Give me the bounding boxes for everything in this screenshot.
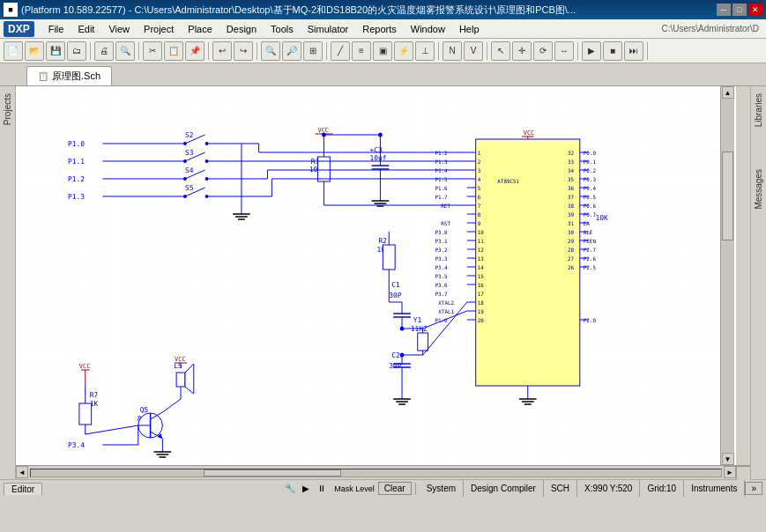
copy-button[interactable]: 📋	[164, 41, 183, 61]
undo-button[interactable]: ↩	[212, 41, 232, 61]
svg-text:R2: R2	[378, 237, 387, 245]
zoom-in-button[interactable]: 🔍	[261, 41, 280, 61]
rotate-button[interactable]: ⟳	[533, 41, 553, 61]
hscroll-left-button[interactable]: ◄	[16, 466, 28, 478]
tab-schematic[interactable]: 📋 原理图.Sch	[26, 66, 112, 85]
vcc-button[interactable]: V	[464, 41, 483, 61]
title-bar: ■ (Platform 10.589.22577) - C:\Users\Adm…	[0, 0, 766, 19]
svg-text:VCC: VCC	[175, 356, 185, 363]
libraries-label[interactable]: Libraries	[752, 90, 765, 130]
open-button[interactable]: 📂	[25, 41, 44, 61]
svg-text:15: 15	[478, 273, 485, 279]
svg-text:P3.0: P3.0	[435, 229, 448, 235]
status-icon-3[interactable]: ⏸	[315, 482, 329, 496]
app-icon: ■	[4, 3, 18, 17]
system-status[interactable]: System	[420, 480, 464, 497]
run-button[interactable]: ▶	[582, 41, 601, 61]
title-text: (Platform 10.589.22577) - C:\Users\Admin…	[21, 4, 713, 17]
svg-rect-43	[318, 157, 331, 181]
svg-text:Q5: Q5	[140, 406, 149, 414]
save-all-button[interactable]: 🗂	[67, 41, 86, 61]
vscroll-up-button[interactable]: ▲	[722, 86, 734, 99]
menu-file[interactable]: File	[41, 22, 71, 36]
stop-button[interactable]: ■	[603, 41, 622, 61]
zoom-out-button[interactable]: 🔎	[282, 41, 301, 61]
messages-label[interactable]: Messages	[752, 166, 765, 213]
step-button[interactable]: ⏭	[624, 41, 643, 61]
menu-place[interactable]: Place	[181, 22, 219, 36]
svg-text:38: 38	[568, 203, 575, 209]
maximize-button[interactable]: □	[733, 4, 747, 16]
svg-text:10: 10	[478, 229, 485, 235]
design-compiler-status[interactable]: Design Compiler	[464, 480, 544, 497]
print-preview-button[interactable]: 🔍	[115, 41, 135, 61]
gnd-button[interactable]: ⊥	[415, 41, 435, 61]
menu-reports[interactable]: Reports	[355, 22, 404, 36]
bus-button[interactable]: ≡	[352, 41, 371, 61]
paste-button[interactable]: 📌	[185, 41, 205, 61]
dxp-logo[interactable]: DXP	[4, 21, 34, 37]
editor-tab[interactable]: Editor	[4, 483, 42, 495]
print-button[interactable]: 🖨	[94, 41, 114, 61]
svg-text:Y1: Y1	[413, 316, 422, 324]
svg-text:8: 8	[478, 211, 481, 218]
minimize-button[interactable]: ─	[717, 4, 731, 16]
tab-label: 原理图.Sch	[52, 70, 100, 83]
save-button[interactable]: 💾	[46, 41, 65, 61]
cut-button[interactable]: ✂	[143, 41, 162, 61]
menu-project[interactable]: Project	[137, 22, 181, 36]
svg-rect-61	[476, 139, 580, 386]
vscroll-down-button[interactable]: ▼	[722, 453, 734, 465]
svg-text:30: 30	[568, 229, 575, 235]
sch-status[interactable]: SCH	[544, 480, 577, 497]
hscroll-track[interactable]	[30, 469, 722, 477]
hscroll-thumb[interactable]	[204, 469, 342, 477]
menu-window[interactable]: Window	[404, 22, 452, 36]
svg-text:29: 29	[568, 238, 575, 244]
svg-text:S4: S4	[185, 166, 194, 174]
menu-edit[interactable]: Edit	[71, 22, 101, 36]
menu-help[interactable]: Help	[452, 22, 487, 36]
flip-button[interactable]: ↔	[554, 41, 574, 61]
menu-simulator[interactable]: Simulator	[301, 22, 355, 36]
svg-text:P3.6: P3.6	[435, 282, 448, 288]
clear-button[interactable]: Clear	[378, 482, 412, 495]
svg-text:3: 3	[478, 167, 481, 174]
vertical-scrollbar[interactable]: ▲ ▼	[720, 86, 734, 465]
power-button[interactable]: ⚡	[394, 41, 413, 61]
svg-text:P1.0: P1.0	[68, 140, 85, 148]
zoom-all-button[interactable]: ⊞	[303, 41, 323, 61]
status-icon-1[interactable]: 🔧	[283, 482, 297, 496]
vscroll-thumb[interactable]	[722, 151, 733, 240]
svg-text:36: 36	[568, 185, 575, 191]
move-button[interactable]: ✛	[512, 41, 532, 61]
close-button[interactable]: ✕	[748, 4, 762, 16]
hscroll-right-button[interactable]: ►	[724, 466, 736, 478]
svg-text:26: 26	[568, 264, 575, 270]
menu-tools[interactable]: Tools	[264, 22, 301, 36]
wire-button[interactable]: ╱	[331, 41, 350, 61]
menu-view[interactable]: View	[101, 22, 137, 36]
svg-text:RST: RST	[441, 220, 450, 226]
svg-text:1: 1	[478, 150, 481, 156]
window-controls: ─ □ ✕	[717, 4, 762, 16]
menu-bar: DXP File Edit View Project Place Design …	[0, 19, 766, 39]
expand-right-button[interactable]: »	[745, 482, 762, 495]
svg-text:10K: 10K	[596, 214, 608, 222]
svg-text:P3.3: P3.3	[435, 255, 448, 262]
instruments-status[interactable]: Instruments	[684, 480, 745, 497]
svg-text:AT89C51: AT89C51	[497, 178, 519, 184]
svg-point-286	[400, 327, 405, 331]
svg-text:20: 20	[478, 317, 485, 323]
component-button[interactable]: ▣	[373, 41, 392, 61]
tab-bar: 📋 原理图.Sch	[0, 63, 766, 86]
redo-button[interactable]: ↪	[234, 41, 253, 61]
projects-label[interactable]: Projects	[1, 90, 14, 129]
menu-design[interactable]: Design	[219, 22, 264, 36]
new-button[interactable]: 📄	[4, 41, 23, 61]
net-button[interactable]: N	[442, 41, 462, 61]
select-button[interactable]: ↖	[491, 41, 510, 61]
svg-text:39: 39	[568, 211, 575, 218]
schematic-canvas[interactable]: P1.0 S2 P1.1 S3	[16, 86, 736, 465]
status-icon-2[interactable]: ▶	[299, 482, 313, 496]
